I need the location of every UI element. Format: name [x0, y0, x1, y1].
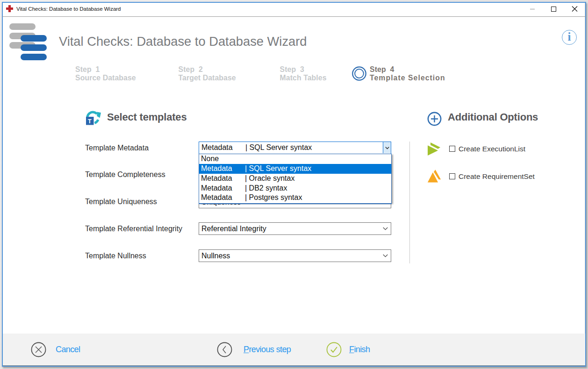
- svg-text:T: T: [88, 118, 92, 125]
